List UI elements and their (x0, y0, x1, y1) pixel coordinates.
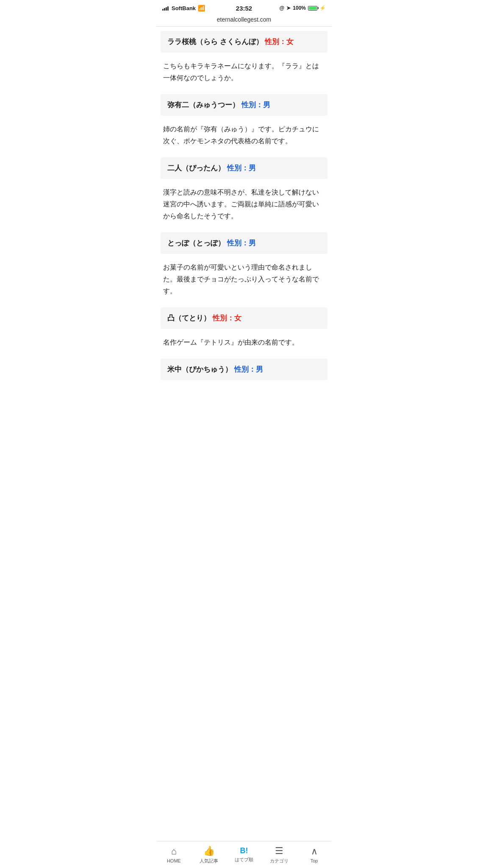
location-icon: @ (280, 5, 285, 11)
main-content: ララ桜桃（らら さくらんぼ） 性別：女 こちらもキラキラネームになります。『ララ… (156, 31, 332, 414)
description-toppo: お菓子の名前が可愛いという理由で命名されました。最後までチョコがたっぷり入ってそ… (156, 257, 332, 303)
direction-icon: ➤ (286, 5, 291, 11)
entry-card-mewtu: 弥有二（みゅうつー） 性別：男 (161, 94, 327, 116)
status-bar: SoftBank 📶 23:52 @ ➤ 100% ⚡ (156, 0, 332, 15)
wifi-icon: 📶 (198, 5, 205, 11)
entry-title-pikachu: 米中（ぴかちゅう） 性別：男 (167, 365, 263, 373)
gender-label-pittan: 性別：男 (227, 164, 256, 172)
gender-label-toppo: 性別：男 (227, 239, 256, 247)
clock: 23:52 (236, 5, 252, 12)
entry-title-tetori: 凸（てとり） 性別：女 (167, 314, 241, 322)
description-lala: こちらもキラキラネームになります。『ララ』とは一体何なのでしょうか。 (156, 56, 332, 90)
status-left: SoftBank 📶 (162, 5, 205, 11)
battery-icon (308, 6, 317, 11)
url-text: eternalcollegest.com (217, 16, 271, 23)
entry-title-lala: ララ桜桃（らら さくらんぼ） 性別：女 (167, 38, 294, 46)
gender-label-mewtu: 性別：男 (241, 101, 270, 109)
entry-title-pittan: 二人（ぴったん） 性別：男 (167, 164, 256, 172)
entry-title-mewtu: 弥有二（みゅうつー） 性別：男 (167, 101, 270, 109)
status-right: @ ➤ 100% ⚡ (280, 5, 326, 11)
entry-card-lala: ララ桜桃（らら さくらんぼ） 性別：女 (161, 31, 327, 53)
signal-icon (162, 6, 169, 11)
charging-icon: ⚡ (319, 5, 326, 11)
entry-card-tetori: 凸（てとり） 性別：女 (161, 307, 327, 329)
battery-percent: 100% (293, 5, 306, 11)
entry-card-pittan: 二人（ぴったん） 性別：男 (161, 157, 327, 179)
carrier-name: SoftBank (172, 5, 196, 11)
description-mewtu: 姉の名前が『弥有（みゅう）』です。ピカチュウに次ぐ、ポケモンネタの代表格の名前で… (156, 119, 332, 153)
description-tetori: 名作ゲーム『テトリス』が由来の名前です。 (156, 332, 332, 354)
gender-label-pikachu: 性別：男 (234, 365, 263, 373)
gender-label-tetori: 性別：女 (213, 314, 241, 322)
entry-card-toppo: とっぽ（とっぽ） 性別：男 (161, 232, 327, 254)
gender-label-lala: 性別：女 (265, 38, 294, 46)
address-bar[interactable]: eternalcollegest.com (156, 15, 332, 27)
entry-card-pikachu: 米中（ぴかちゅう） 性別：男 (161, 359, 327, 380)
entry-title-toppo: とっぽ（とっぽ） 性別：男 (167, 239, 256, 247)
description-pittan: 漢字と読みの意味不明さが、私達を決して解けない迷宮の中へ誘います。ご両親は単純に… (156, 182, 332, 228)
